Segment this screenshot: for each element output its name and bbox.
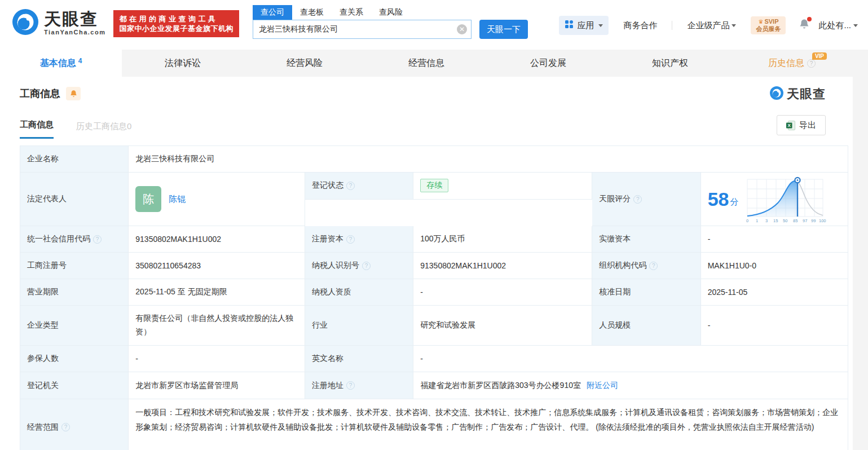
user-account-menu[interactable]: 此处有... bbox=[818, 20, 858, 31]
business-info-panel: 工商信息 天眼查 工商信息 历史工商信息0 X bbox=[0, 77, 853, 450]
clear-search-icon[interactable]: ✕ bbox=[457, 24, 467, 34]
field-value-approval-date: 2025-11-05 bbox=[701, 279, 848, 306]
eye-logo-icon bbox=[769, 86, 784, 103]
legal-rep-link[interactable]: 陈锟 bbox=[169, 194, 186, 205]
search-area: 查公司 查老板 查关系 查风险 ✕ 天眼一下 bbox=[253, 3, 528, 39]
tab-operation-info[interactable]: 经营信息 bbox=[365, 50, 487, 77]
logo-brand: 天眼查 bbox=[44, 11, 105, 28]
svip-text: SVIP bbox=[764, 18, 778, 25]
search-tab-relation[interactable]: 查关系 bbox=[332, 5, 371, 20]
enterprise-label: 企业级产品 bbox=[687, 20, 729, 31]
field-value-legal-rep: 陈 陈锟 bbox=[129, 173, 305, 226]
field-label-reg-number: 工商注册号 bbox=[20, 253, 129, 279]
field-value-insured-count: - bbox=[129, 346, 305, 372]
site-header: 天眼查 TianYanCha.com 都在用的商业查询工具 国家中小企业发展子基… bbox=[0, 0, 868, 50]
bell-icon bbox=[799, 22, 809, 32]
svg-text:99: 99 bbox=[811, 218, 816, 223]
field-label-taxpayer-id: 纳税人识别号 bbox=[305, 253, 413, 279]
field-value-business-term: 2025-11-05 至 无固定期限 bbox=[129, 279, 305, 306]
score-distribution-chart: 013 155085 9799100 bbox=[743, 175, 827, 223]
field-value-reg-capital: 100万人民币 bbox=[413, 226, 592, 253]
field-label-insured-count: 参保人数 bbox=[20, 346, 129, 372]
tianyancha-watermark: 天眼查 bbox=[769, 86, 826, 103]
avatar[interactable]: 陈 bbox=[135, 186, 161, 212]
tab-count-badge: 4 bbox=[78, 57, 82, 65]
nearby-companies-link[interactable]: 附近公司 bbox=[587, 381, 618, 391]
help-icon[interactable] bbox=[362, 262, 371, 270]
svg-text:15: 15 bbox=[773, 218, 778, 223]
help-icon[interactable] bbox=[346, 182, 355, 190]
help-icon[interactable] bbox=[346, 381, 355, 390]
field-label-business-term: 营业期限 bbox=[20, 279, 129, 306]
help-icon[interactable] bbox=[346, 235, 355, 244]
help-icon[interactable] bbox=[61, 423, 70, 431]
export-button[interactable]: X 导出 bbox=[777, 115, 826, 135]
slogan-line2: 国家中小企业发展子基金旗下机构 bbox=[119, 24, 233, 33]
search-tab-boss[interactable]: 查老板 bbox=[292, 5, 332, 20]
notifications-bell[interactable] bbox=[799, 19, 809, 32]
score-unit: 分 bbox=[730, 197, 738, 208]
field-label-org-code: 组织机构代码 bbox=[592, 253, 700, 279]
svip-member-badge[interactable]: ♛SVIP 会员服务 bbox=[751, 16, 786, 34]
field-value-company-name: 龙岩三快科技有限公司 bbox=[129, 146, 848, 173]
field-label-industry: 行业 bbox=[305, 306, 413, 346]
table-row: 法定代表人 陈 陈锟 登记状态 存续 天眼评分 58 分 bbox=[20, 173, 848, 226]
field-label-company-type: 企业类型 bbox=[20, 306, 129, 346]
field-label-reg-authority: 登记机关 bbox=[20, 372, 129, 399]
svg-text:50: 50 bbox=[783, 218, 787, 223]
field-label-english-name: 英文名称 bbox=[305, 346, 413, 372]
user-name: 此处有... bbox=[818, 20, 851, 31]
export-label: 导出 bbox=[799, 120, 816, 131]
monitor-bell-button[interactable] bbox=[66, 87, 81, 100]
apps-menu[interactable]: 应用 bbox=[559, 16, 609, 35]
tab-label: 历史信息 bbox=[768, 58, 804, 69]
nav-enterprise-products[interactable]: 企业级产品 bbox=[687, 20, 736, 31]
svg-text:X: X bbox=[788, 123, 791, 128]
tab-intellectual-property[interactable]: 知识产权 bbox=[609, 50, 731, 77]
search-tab-company[interactable]: 查公司 bbox=[253, 5, 292, 20]
field-value-reg-number: 350802110654283 bbox=[129, 253, 305, 279]
tab-label: 经营信息 bbox=[408, 58, 444, 69]
tab-operation-risk[interactable]: 经营风险 bbox=[244, 50, 365, 77]
tab-legal-proceedings[interactable]: 法律诉讼 bbox=[122, 50, 244, 77]
tab-label: 基本信息 bbox=[40, 58, 76, 69]
tianyancha-logo[interactable]: 天眼查 TianYanCha.com bbox=[11, 8, 105, 38]
field-label-reg-status: 登记状态 bbox=[305, 173, 413, 200]
field-value-reg-status: 存续 bbox=[413, 173, 592, 200]
field-label-reg-capital: 注册资本 bbox=[305, 226, 413, 253]
field-label-credit-code: 统一社会信用代码 bbox=[20, 226, 129, 253]
slogan-line1: 都在用的商业查询工具 bbox=[119, 14, 233, 24]
tab-basic-info[interactable]: 基本信息 4 bbox=[0, 50, 122, 77]
chevron-down-icon bbox=[732, 24, 736, 27]
tab-company-development[interactable]: 公司发展 bbox=[487, 50, 609, 77]
field-value-english-name: - bbox=[413, 346, 848, 372]
crown-icon: ♛ bbox=[758, 19, 763, 25]
logo-domain: TianYanCha.com bbox=[44, 29, 105, 36]
company-info-table: 企业名称 龙岩三快科技有限公司 法定代表人 陈 陈锟 登记状态 存续 天眼评分 … bbox=[20, 145, 848, 450]
field-value-taxpayer-qualification: - bbox=[413, 279, 592, 306]
apps-label: 应用 bbox=[577, 20, 594, 31]
help-icon[interactable] bbox=[633, 195, 642, 204]
help-icon[interactable] bbox=[807, 59, 816, 68]
search-tab-risk[interactable]: 查风险 bbox=[371, 5, 411, 20]
help-icon[interactable] bbox=[93, 235, 102, 244]
field-value-org-code: MAK1H1U0-0 bbox=[701, 253, 848, 279]
search-input[interactable] bbox=[253, 20, 472, 39]
tab-history-info[interactable]: VIP 历史信息 bbox=[731, 50, 853, 77]
subtab-history-business-info[interactable]: 历史工商信息0 bbox=[76, 121, 131, 139]
status-badge: 存续 bbox=[420, 179, 448, 192]
table-row: 工商注册号 350802110654283 纳税人识别号 91350802MAK… bbox=[20, 253, 848, 279]
field-value-taxpayer-id: 91350802MAK1H1U002 bbox=[413, 253, 592, 279]
unread-dot bbox=[807, 17, 812, 21]
excel-icon: X bbox=[786, 121, 795, 130]
tab-label: 经营风险 bbox=[287, 58, 323, 69]
tab-label: 法律诉讼 bbox=[165, 58, 201, 69]
chevron-down-icon bbox=[598, 24, 603, 27]
svip-service-text: 会员服务 bbox=[756, 25, 781, 33]
help-icon[interactable] bbox=[649, 262, 658, 270]
search-button[interactable]: 天眼一下 bbox=[479, 20, 528, 39]
nav-cooperation[interactable]: 商务合作 bbox=[623, 20, 657, 31]
field-value-reg-authority: 龙岩市新罗区市场监督管理局 bbox=[129, 372, 305, 399]
subtab-business-info[interactable]: 工商信息 bbox=[20, 120, 54, 139]
svg-text:3: 3 bbox=[765, 218, 768, 223]
